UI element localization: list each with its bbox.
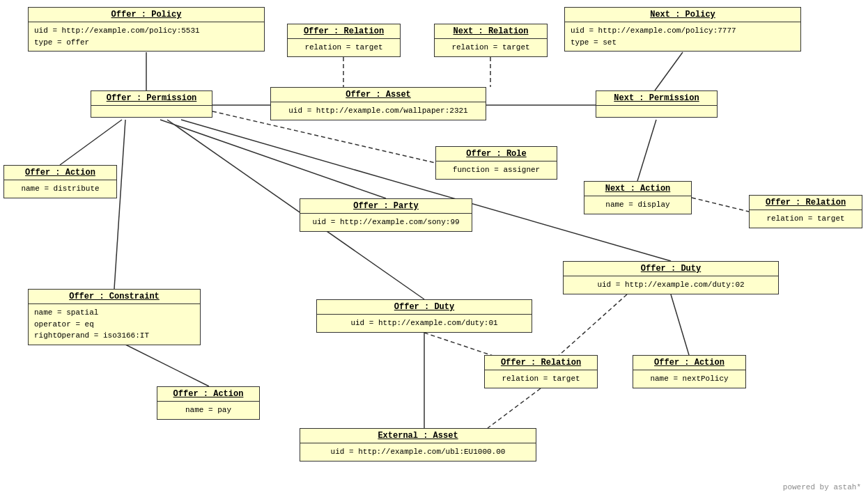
svg-line-9 [114, 120, 125, 289]
next-policy-body: uid = http://example.com/policy:7777 typ… [565, 22, 800, 51]
offer-relation-1-node: Offer : Relation relation = target [287, 24, 401, 57]
offer-party-node: Offer : Party uid = http://example.com/s… [300, 198, 472, 232]
next-relation-1-body: relation = target [435, 39, 547, 56]
offer-constraint-node: Offer : Constraint name = spatial operat… [28, 289, 201, 345]
offer-asset-node: Offer : Asset uid = http://example.com/w… [270, 87, 486, 120]
svg-line-12 [637, 120, 656, 181]
offer-constraint-body: name = spatial operator = eq rightOperan… [29, 304, 200, 345]
next-action-display-node: Next : Action name = display [584, 181, 692, 214]
svg-line-8 [160, 120, 386, 198]
offer-permission-title: Offer : Permission [91, 91, 212, 106]
offer-duty-02-node: Offer : Duty uid = http://example.com/du… [563, 261, 779, 294]
offer-constraint-title: Offer : Constraint [29, 290, 200, 304]
offer-relation-duty-node: Offer : Relation relation = target [484, 355, 598, 388]
offer-relation-1-body: relation = target [288, 39, 400, 56]
diagram-container: Offer : Policy uid = http://example.com/… [0, 0, 868, 497]
offer-relation-right-node: Offer : Relation relation = target [749, 195, 862, 228]
offer-action-distribute-body: name = distribute [4, 180, 116, 198]
next-permission-body [596, 106, 717, 117]
next-relation-1-node: Next : Relation relation = target [434, 24, 548, 57]
next-policy-node: Next : Policy uid = http://example.com/p… [564, 7, 801, 52]
external-asset-body: uid = http://example.com/ubl:EU1000.00 [300, 443, 536, 461]
offer-duty-01-node: Offer : Duty uid = http://example.com/du… [316, 299, 532, 333]
external-asset-title: External : Asset [300, 429, 536, 443]
offer-action-pay-node: Offer : Action name = pay [157, 386, 260, 420]
offer-role-node: Offer : Role function = assigner [435, 146, 557, 180]
connection-lines [0, 0, 868, 497]
svg-line-17 [671, 294, 689, 355]
offer-action-nextpolicy-body: name = nextPolicy [633, 370, 745, 388]
next-action-display-title: Next : Action [584, 182, 691, 196]
offer-asset-body: uid = http://example.com/wallpaper:2321 [271, 102, 486, 120]
watermark: powered by astah* [783, 483, 861, 491]
offer-duty-02-body: uid = http://example.com/duty:02 [564, 276, 778, 294]
offer-policy-body: uid = http://example.com/policy:5531 typ… [29, 22, 264, 51]
offer-relation-duty-title: Offer : Relation [485, 356, 597, 370]
offer-relation-1-title: Offer : Relation [288, 24, 400, 39]
offer-policy-title: Offer : Policy [29, 8, 264, 22]
svg-line-6 [60, 120, 122, 165]
svg-line-19 [488, 388, 541, 428]
offer-relation-duty-body: relation = target [485, 370, 597, 388]
next-action-display-body: name = display [584, 196, 691, 214]
next-relation-1-title: Next : Relation [435, 24, 547, 39]
next-permission-node: Next : Permission [596, 90, 718, 118]
offer-party-title: Offer : Party [300, 199, 472, 214]
next-policy-title: Next : Policy [565, 8, 800, 22]
offer-permission-node: Offer : Permission [91, 90, 212, 118]
offer-duty-01-body: uid = http://example.com/duty:01 [317, 315, 532, 332]
offer-action-distribute-node: Offer : Action name = distribute [3, 165, 117, 198]
svg-line-13 [692, 198, 749, 212]
offer-role-body: function = assigner [436, 161, 557, 179]
offer-relation-right-title: Offer : Relation [750, 196, 862, 210]
offer-permission-body [91, 106, 212, 117]
offer-action-pay-body: name = pay [157, 402, 259, 419]
offer-action-nextpolicy-node: Offer : Action name = nextPolicy [633, 355, 746, 388]
offer-action-pay-title: Offer : Action [157, 387, 259, 402]
offer-role-title: Offer : Role [436, 147, 557, 161]
offer-duty-02-title: Offer : Duty [564, 262, 778, 276]
offer-policy-node: Offer : Policy uid = http://example.com/… [28, 7, 265, 52]
offer-asset-title: Offer : Asset [271, 88, 486, 102]
offer-action-distribute-title: Offer : Action [4, 166, 116, 180]
offer-relation-right-body: relation = target [750, 210, 862, 228]
offer-duty-01-title: Offer : Duty [317, 300, 532, 315]
svg-line-16 [114, 339, 209, 386]
offer-party-body: uid = http://example.com/sony:99 [300, 214, 472, 231]
next-permission-title: Next : Permission [596, 91, 717, 106]
external-asset-node: External : Asset uid = http://example.co… [300, 428, 536, 462]
offer-action-nextpolicy-title: Offer : Action [633, 356, 745, 370]
svg-line-1 [655, 52, 683, 90]
